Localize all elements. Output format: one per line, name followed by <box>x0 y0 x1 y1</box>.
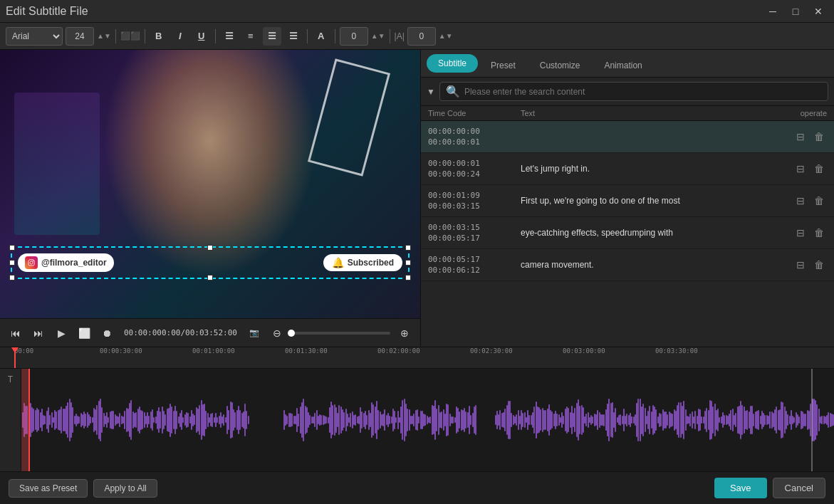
save-preset-button[interactable]: Save as Preset <box>9 479 88 498</box>
text-color-button[interactable]: A <box>312 27 330 46</box>
close-button[interactable]: ✕ <box>808 4 828 19</box>
tab-animation[interactable]: Animation <box>593 54 653 77</box>
handle-mid-right[interactable] <box>405 260 411 266</box>
end-time: 00:00:06:12 <box>428 266 521 275</box>
letter-spacing-input[interactable] <box>407 27 436 46</box>
instagram-icon <box>25 256 38 269</box>
start-time: 00:00:03:15 <box>428 223 521 232</box>
align-right-button[interactable]: ☰ <box>263 27 281 46</box>
collapse-button[interactable]: ▼ <box>427 87 435 97</box>
tab-customize[interactable]: Customize <box>528 54 592 77</box>
svg-point-1 <box>30 261 33 264</box>
titlebar: Edit Subtitle File ─ □ ✕ <box>0 0 834 23</box>
underline-button[interactable]: U <box>192 27 211 46</box>
titlebar-title: Edit Subtitle File <box>6 5 88 18</box>
subtitle-row[interactable]: 00:00:03:15 00:00:05:17 eye-catching eff… <box>421 217 834 249</box>
handle-top-right[interactable] <box>405 245 411 251</box>
svg-point-2 <box>33 261 33 261</box>
handle-top-left[interactable] <box>9 245 15 251</box>
ruler-mark-5: 00:02:30:00 <box>470 347 513 355</box>
time-display: 00:00:000:00/00:03:52:00 <box>124 328 237 337</box>
tab-subtitle[interactable]: Subtitle <box>427 54 478 73</box>
subtitle-row[interactable]: 00:00:01:09 00:00:03:15 First up, we're … <box>421 185 834 217</box>
handle-mid-left[interactable] <box>9 260 15 266</box>
split-button[interactable]: ⊟ <box>793 257 808 273</box>
search-container: 🔍 <box>439 82 828 101</box>
play-button[interactable]: ▶ <box>53 325 70 342</box>
delete-button[interactable]: 🗑 <box>811 225 827 241</box>
subscribed-badge: 🔔 Subscribed <box>323 254 402 271</box>
timeline-ruler: 00:00 00:00:30:00 00:01:00:00 00:01:30:0… <box>0 347 834 369</box>
timeline-tracks: T <box>0 369 834 471</box>
prev-frame-button[interactable]: ⏮ <box>7 325 24 342</box>
subtitle-row[interactable]: 00:00:00:00 00:00:00:01 ⊟ 🗑 <box>421 121 834 153</box>
start-time: 00:00:01:09 <box>428 191 521 200</box>
waveform <box>21 369 834 471</box>
apply-all-button[interactable]: Apply to All <box>93 479 157 498</box>
subtitle-row[interactable]: 00:00:05:17 00:00:06:12 camera movement.… <box>421 249 834 281</box>
maximize-button[interactable]: □ <box>786 4 806 19</box>
subtitle-selection-box[interactable]: @filmora_editor 🔔 Subscribed <box>11 246 410 279</box>
fullscreen-button[interactable]: ⬜ <box>75 325 93 342</box>
progress-handle[interactable] <box>288 330 295 337</box>
tab-preset[interactable]: Preset <box>479 54 527 77</box>
neon-decoration <box>308 58 390 177</box>
handle-bottom-left[interactable] <box>9 275 15 280</box>
split-button[interactable]: ⊟ <box>793 161 808 177</box>
operate-header: operate <box>777 109 827 117</box>
active-region <box>21 369 28 471</box>
step-back-button[interactable]: ⏭ <box>30 325 47 342</box>
ruler-mark-2: 00:01:00:00 <box>192 347 235 355</box>
text-header: Text <box>521 109 777 117</box>
save-button[interactable]: Save <box>714 478 767 498</box>
cancel-button[interactable]: Cancel <box>773 478 825 498</box>
font-family-select[interactable]: Arial Helvetica <box>6 27 63 46</box>
bottom-right-actions: Save Cancel <box>714 478 825 498</box>
progress-bar[interactable] <box>291 332 390 335</box>
bold-button[interactable]: B <box>150 27 168 46</box>
screenshot-button[interactable]: 📷 <box>246 325 263 342</box>
start-time: 00:00:05:17 <box>428 255 521 264</box>
handle-bottom-right[interactable] <box>405 275 411 280</box>
subtitle-row[interactable]: 00:00:00:01 00:00:00:24 Let's jump right… <box>421 153 834 185</box>
timecode-header: Time Code <box>428 109 521 117</box>
handle-bottom-mid[interactable] <box>207 275 213 280</box>
video-background: @filmora_editor 🔔 Subscribed <box>0 50 420 318</box>
opacity-input[interactable] <box>340 27 368 46</box>
search-bar: ▼ 🔍 <box>421 78 834 106</box>
end-time: 00:00:05:17 <box>428 233 521 243</box>
search-input[interactable] <box>464 87 822 97</box>
minimize-button[interactable]: ─ <box>763 4 783 19</box>
right-panel: Subtitle Preset Customize Animation ▼ 🔍 … <box>420 50 834 347</box>
titlebar-controls: ─ □ ✕ <box>763 4 828 19</box>
timeline-area: 00:00 00:00:30:00 00:01:00:00 00:01:30:0… <box>0 347 834 471</box>
audio-track[interactable] <box>21 369 834 471</box>
search-icon: 🔍 <box>446 85 460 98</box>
delete-button[interactable]: 🗑 <box>811 129 827 145</box>
zoom-out-button[interactable]: ⊖ <box>269 325 286 342</box>
font-size-input[interactable] <box>66 27 94 46</box>
end-time: 00:00:00:01 <box>428 137 521 147</box>
zoom-in-button[interactable]: ⊕ <box>396 325 413 342</box>
handle-top-mid[interactable] <box>207 245 213 251</box>
align-center-button[interactable]: ≡ <box>241 27 260 46</box>
ruler-mark-6: 00:03:00:00 <box>563 347 605 355</box>
row-actions: ⊟ 🗑 <box>777 257 827 273</box>
split-button[interactable]: ⊟ <box>793 225 808 241</box>
split-button[interactable]: ⊟ <box>793 193 808 209</box>
row-actions: ⊟ 🗑 <box>777 225 827 241</box>
split-button[interactable]: ⊟ <box>793 129 808 145</box>
bottom-left-actions: Save as Preset Apply to All <box>9 479 157 498</box>
align-left-button[interactable]: ☰ <box>220 27 239 46</box>
delete-button[interactable]: 🗑 <box>811 161 827 177</box>
playhead[interactable] <box>14 347 16 368</box>
row-actions: ⊟ 🗑 <box>777 161 827 177</box>
main-content: @filmora_editor 🔔 Subscribed ⏮ ⏭ ▶ ⬜ ⏺ 0… <box>0 50 834 347</box>
start-time: 00:00:00:01 <box>428 159 521 168</box>
italic-button[interactable]: I <box>171 27 189 46</box>
delete-button[interactable]: 🗑 <box>811 257 827 273</box>
delete-button[interactable]: 🗑 <box>811 193 827 209</box>
table-header: Time Code Text operate <box>421 106 834 121</box>
record-button[interactable]: ⏺ <box>98 325 115 342</box>
align-justify-button[interactable]: ☰ <box>284 27 303 46</box>
